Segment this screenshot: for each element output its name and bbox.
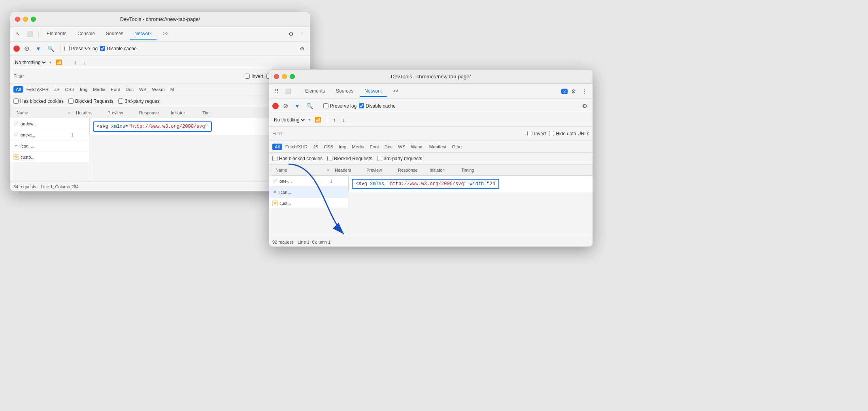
preserve-log-checkbox-front[interactable] (323, 103, 328, 108)
type-wasm-front[interactable]: Wasm (409, 144, 426, 150)
throttle-select-back[interactable]: No throttling (13, 59, 47, 66)
search-icon-front[interactable]: 🔍 (304, 102, 315, 110)
settings-icon-back[interactable]: ⚙ (287, 30, 296, 38)
tab-sources-front[interactable]: Sources (331, 86, 358, 97)
inspect-icon-front[interactable]: ⬜ (283, 87, 294, 96)
filter-icon-front[interactable]: ▼ (292, 102, 302, 110)
upload-icon-front[interactable]: ↑ (331, 116, 338, 124)
blocked-cookies-front[interactable]: Has blocked cookies (272, 156, 323, 161)
tab-network-front[interactable]: Network (360, 86, 387, 97)
type-manifest-front[interactable]: Manifest (427, 144, 449, 150)
table-row-andow[interactable]: 📄 andow... (10, 118, 89, 129)
badge-front: 2 (561, 89, 568, 94)
disable-cache-checkbox-back[interactable] (100, 46, 105, 51)
type-media-back[interactable]: Media (91, 86, 108, 93)
download-icon-back[interactable]: ↓ (81, 58, 88, 67)
maximize-button-front[interactable] (290, 74, 295, 79)
type-font-front[interactable]: Font (368, 144, 381, 150)
wifi-icon-back[interactable]: 📶 (54, 58, 64, 66)
wifi-icon-front[interactable]: 📶 (313, 116, 323, 124)
third-party-front[interactable]: 3rd-party requests (377, 156, 422, 161)
row-name-andow: 📄 andow... (13, 121, 65, 127)
hide-data-urls-checkbox-front[interactable] (549, 131, 554, 136)
type-other-front[interactable]: Othe (449, 144, 464, 150)
tab-elements-back[interactable]: Elements (42, 28, 71, 40)
blocked-cookies-back[interactable]: Has blocked cookies (13, 98, 64, 104)
type-m-back[interactable]: M (168, 86, 177, 93)
disable-cache-checkbox-front[interactable] (359, 103, 364, 108)
cursor-icon-back[interactable]: ↖ (13, 29, 23, 38)
preserve-log-label-front[interactable]: Preserve log (323, 103, 357, 109)
record-button-back[interactable] (13, 45, 20, 52)
tab-console-back[interactable]: Console (73, 28, 100, 40)
table-row-custo[interactable]: ⚙ custo... (10, 152, 89, 163)
tab-elements-front[interactable]: Elements (300, 86, 330, 97)
settings-icon-front[interactable]: ⚙ (569, 87, 578, 96)
table-row-one-front[interactable]: 📄 one-... 1 (269, 176, 348, 187)
type-fetch-back[interactable]: Fetch/XHR (24, 86, 51, 93)
clear-icon-front[interactable]: ⊘ (281, 101, 290, 111)
type-media-front[interactable]: Media (349, 144, 366, 150)
tab-network-back[interactable]: Network (130, 28, 157, 40)
type-ws-front[interactable]: WS (396, 144, 408, 150)
invert-checkbox-front[interactable] (527, 131, 532, 136)
clear-icon-back[interactable]: ⊘ (22, 44, 31, 53)
type-css-back[interactable]: CSS (62, 86, 77, 93)
minimize-button-back[interactable] (23, 17, 28, 22)
preserve-log-label-back[interactable]: Preserve log (64, 46, 98, 51)
blocked-requests-back[interactable]: Blocked Requests (68, 98, 113, 104)
type-wasm-back[interactable]: Wasm (150, 86, 167, 93)
third-party-back[interactable]: 3rd-party reques (118, 98, 160, 104)
split-container-back: 📄 andow... 📄 one-g... 1 ✏ icon_... (10, 118, 310, 182)
type-all-back[interactable]: All (13, 86, 23, 93)
minimize-button-front[interactable] (282, 74, 287, 79)
preserve-log-checkbox-back[interactable] (64, 46, 70, 51)
filter-icon-back[interactable]: ▼ (34, 44, 43, 53)
tab-sources-back[interactable]: Sources (101, 28, 128, 40)
type-img-front[interactable]: Img (336, 144, 349, 150)
tab-more-back[interactable]: >> (158, 28, 173, 40)
devtools-window-front: DevTools - chrome://new-tab-page/ ⠿ ⬜ El… (269, 69, 593, 247)
search-icon-back[interactable]: 🔍 (45, 44, 56, 53)
type-img-back[interactable]: Img (77, 86, 90, 93)
table-row-cust-front[interactable]: ⚙ cust... (269, 198, 348, 209)
type-css-front[interactable]: CSS (321, 144, 336, 150)
type-doc-back[interactable]: Doc (123, 86, 136, 93)
close-button-front[interactable] (274, 74, 279, 79)
disable-cache-label-front[interactable]: Disable cache (359, 103, 395, 109)
type-doc-front[interactable]: Doc (382, 144, 395, 150)
close-button-back[interactable] (15, 17, 20, 22)
type-ws-back[interactable]: WS (137, 86, 149, 93)
throttle-dropdown-icon-back: ▾ (49, 60, 51, 64)
upload-icon-back[interactable]: ↑ (72, 58, 79, 67)
type-font-back[interactable]: Font (109, 86, 123, 93)
more-icon-back[interactable]: ⋮ (297, 30, 307, 38)
table-row-oneg[interactable]: 📄 one-g... 1 (10, 129, 89, 140)
type-all-front[interactable]: All (272, 144, 282, 150)
throttle-select-front[interactable]: No throttling (272, 117, 306, 123)
inspect-icon-back[interactable]: ⬜ (24, 29, 35, 38)
invert-checkbox-back[interactable] (245, 74, 250, 79)
type-js-back[interactable]: JS (52, 86, 62, 93)
cursor-icon-front[interactable]: ⠿ (272, 87, 281, 96)
table-row-icon[interactable]: ✏ icon_... (10, 140, 89, 152)
type-js-front[interactable]: JS (311, 144, 321, 150)
left-panel-back: 📄 andow... 📄 one-g... 1 ✏ icon_... (10, 118, 89, 182)
filter-input-front[interactable] (272, 131, 320, 136)
blocked-requests-front[interactable]: Blocked Requests (327, 156, 372, 161)
disable-cache-label-back[interactable]: Disable cache (100, 46, 136, 51)
record-button-front[interactable] (272, 103, 279, 109)
type-fetch-front[interactable]: Fetch/XHR (283, 144, 310, 150)
settings2-icon-back[interactable]: ⚙ (298, 44, 307, 53)
more-icon-front[interactable]: ⋮ (580, 87, 589, 96)
filter-input-back[interactable] (13, 74, 61, 79)
status-col-back: Line 1, Column 264 (41, 184, 78, 189)
table-row-icon-front[interactable]: ✏ icon... (269, 187, 348, 198)
invert-label-front[interactable]: Invert (527, 131, 546, 136)
settings2-icon-front[interactable]: ⚙ (580, 102, 589, 110)
download-icon-front[interactable]: ↓ (340, 116, 347, 124)
maximize-button-back[interactable] (31, 17, 36, 22)
tab-more-front[interactable]: >> (388, 86, 403, 97)
hide-data-urls-label-front[interactable]: Hide data URLs (549, 131, 589, 136)
invert-label-back[interactable]: Invert (245, 74, 263, 79)
